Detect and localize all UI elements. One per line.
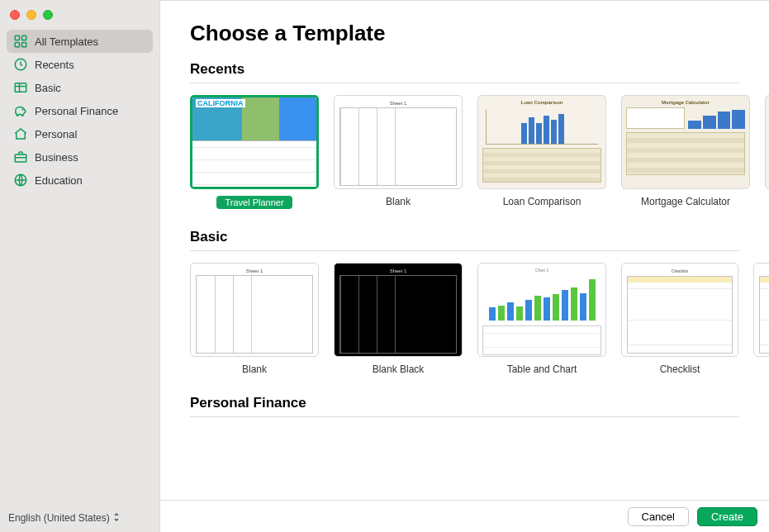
template-label: Blank [334, 196, 463, 207]
footer: Cancel Create [160, 500, 769, 532]
svg-rect-2 [15, 43, 19, 47]
sidebar-item-label: Business [35, 151, 78, 164]
table-icon [13, 80, 28, 95]
template-thumbnail: Mortgage Calculator [621, 95, 750, 189]
language-selector[interactable]: English (United States) [8, 512, 151, 524]
language-label: English (United States) [8, 512, 110, 524]
sidebar-item-label: Personal Finance [35, 105, 118, 117]
svg-point-6 [22, 109, 23, 110]
home-icon [13, 126, 28, 141]
template-card-blank-black[interactable]: Sheet 1 Blank Black [334, 263, 463, 375]
template-card-loan-comparison[interactable]: Loan Comparison Loan Comparison [477, 95, 606, 209]
template-label: Loan Comparison [477, 196, 606, 207]
template-card-blank[interactable]: Sheet 1 Blank [334, 95, 463, 209]
template-thumbnail [190, 95, 319, 189]
sidebar-item-label: Education [35, 174, 83, 187]
svg-rect-3 [22, 43, 26, 47]
template-card-travel-planner[interactable]: Travel Planner [190, 95, 319, 209]
minimize-window-button[interactable] [26, 10, 36, 20]
template-label: Blank Black [334, 363, 463, 375]
sidebar-item-label: All Templates [35, 36, 98, 48]
sidebar-item-label: Recents [35, 59, 74, 71]
template-thumbnail: Checklist [753, 263, 769, 357]
page-title: Choose a Template [190, 21, 769, 46]
piggy-bank-icon [13, 103, 28, 118]
zoom-window-button[interactable] [43, 10, 53, 20]
sidebar-item-label: Personal [35, 128, 77, 140]
section-personal-finance: Personal Finance [190, 395, 769, 417]
grid-icon [13, 34, 28, 49]
template-thumbnail: Sheet 1 [334, 263, 463, 357]
section-heading: Basic [190, 229, 739, 251]
template-label: Checklist [621, 363, 738, 375]
template-label: Travel Planner [216, 196, 292, 209]
sidebar-item-all-templates[interactable]: All Templates [7, 30, 153, 53]
sidebar-item-recents[interactable]: Recents [7, 53, 153, 76]
template-card-checklist-2[interactable]: Checklist Checklist [753, 263, 769, 375]
create-button[interactable]: Create [697, 507, 757, 526]
template-card-my-stocks[interactable]: Portfolio $60000.00 My Stocks [765, 95, 769, 209]
globe-icon [13, 173, 28, 188]
section-heading: Recents [190, 61, 739, 83]
section-basic: Basic Sheet 1 Blank Sheet 1 Blank Black [190, 229, 769, 375]
template-thumbnail: Checklist [621, 263, 738, 357]
template-label: Mortgage Calculator [621, 196, 750, 207]
cancel-button[interactable]: Cancel [628, 507, 689, 526]
sidebar-item-label: Basic [35, 82, 61, 94]
sidebar-item-education[interactable]: Education [7, 169, 153, 192]
sidebar-item-business[interactable]: Business [7, 145, 153, 169]
template-thumbnail: Loan Comparison [477, 95, 606, 189]
template-label: My Stocks [765, 196, 769, 207]
sidebar-item-basic[interactable]: Basic [7, 76, 153, 99]
template-card-table-and-chart[interactable]: Chart 1 Table and Chart [477, 263, 606, 375]
template-label: Checklist [753, 363, 769, 375]
briefcase-icon [13, 150, 28, 164]
sidebar-item-personal[interactable]: Personal [7, 122, 153, 145]
template-label: Blank [190, 363, 319, 375]
template-label: Table and Chart [477, 363, 606, 375]
svg-rect-0 [15, 36, 19, 40]
template-row: Sheet 1 Blank Sheet 1 Blank Black Chart … [190, 263, 769, 375]
window-controls [0, 7, 159, 30]
template-card-mortgage-calculator[interactable]: Mortgage Calculator Mortgage Calculator [621, 95, 750, 209]
template-thumbnail: Sheet 1 [334, 95, 463, 189]
sidebar-item-personal-finance[interactable]: Personal Finance [7, 99, 153, 122]
chevron-updown-icon [113, 512, 120, 524]
template-thumbnail: Chart 1 [477, 263, 606, 357]
clock-icon [13, 57, 28, 72]
main-content: Choose a Template Recents Travel Planner… [159, 0, 769, 532]
svg-rect-1 [22, 36, 26, 40]
svg-rect-5 [15, 83, 26, 93]
section-recents: Recents Travel Planner Sheet 1 Blank [190, 61, 769, 209]
template-thumbnail: Portfolio $60000.00 [765, 95, 769, 189]
close-window-button[interactable] [10, 10, 20, 20]
template-row: Travel Planner Sheet 1 Blank Loan Compar… [190, 95, 769, 209]
sidebar: All Templates Recents Basic [0, 0, 159, 532]
template-thumbnail: Sheet 1 [190, 263, 319, 357]
template-card-checklist[interactable]: Checklist Checklist [621, 263, 738, 375]
template-card-blank[interactable]: Sheet 1 Blank [190, 263, 319, 375]
section-heading: Personal Finance [190, 395, 739, 417]
